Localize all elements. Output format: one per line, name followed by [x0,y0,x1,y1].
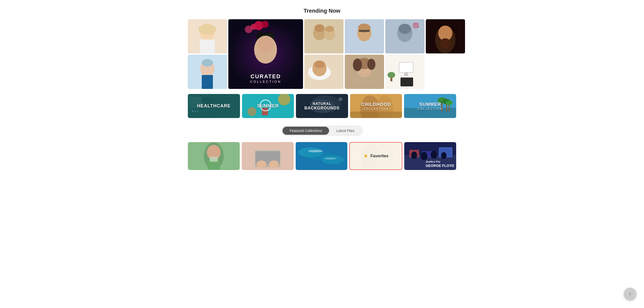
svg-rect-50 [400,78,413,86]
collection-summer2-label: SUMMERCOLLECTION [417,102,443,110]
svg-point-65 [339,97,343,101]
collection-natural-label: NaturalBACKGROUNDS [304,102,339,111]
svg-point-29 [417,23,418,25]
svg-rect-76 [449,104,450,111]
svg-text:⊠ ⊕ ♥: ⊠ ⊕ ♥ [192,110,198,112]
grid-item-doctor[interactable] [188,55,227,89]
favorites-label: Favorites [370,154,388,158]
tabs-pill: Featured Collections Latest Files [281,126,363,136]
section-title: Trending Now [188,8,456,14]
grid-item-curated[interactable]: 👑 [228,19,303,89]
grid-item-curly-woman[interactable] [345,55,384,89]
svg-point-108 [441,152,446,159]
svg-point-13 [258,37,273,52]
collection-natural-backgrounds[interactable]: NaturalBACKGROUNDS [296,94,348,118]
svg-rect-69 [350,112,402,118]
page-container: Trending Now 👑 [183,0,461,178]
svg-rect-22 [359,30,370,32]
svg-point-88 [269,161,279,168]
gallery-item-favorites[interactable]: ★ Favorites [349,142,402,170]
favorites-star-icon: ★ [363,153,368,159]
svg-point-27 [417,26,419,28]
svg-point-11 [261,21,269,28]
collections-row: ⊠ ⊕ ♥ HEALTHCARE SUMMER NaturalBACKGROUN… [188,94,456,118]
svg-point-94 [308,150,323,152]
collection-summer2[interactable]: SUMMERCOLLECTION [404,94,456,118]
spa-woman-image [188,19,227,53]
gallery-item-george-floyd[interactable]: Justice ForGEORGE FLOYD [404,142,456,170]
george-floyd-text: Justice ForGEORGE FLOYD [426,160,454,168]
collection-summer-label: SUMMER [257,103,279,109]
svg-point-105 [411,151,417,159]
gallery-item-laptop-hands[interactable] [242,142,294,170]
collection-childhood-label: CHILDHOODCOLLECTION [361,102,391,110]
svg-rect-48 [399,62,413,72]
svg-rect-82 [210,157,218,162]
svg-point-25 [398,24,411,34]
collection-healthcare[interactable]: ⊠ ⊕ ♥ HEALTHCARE [188,94,240,118]
tab-featured-collections[interactable]: Featured Collections [283,127,329,135]
svg-point-107 [431,151,437,159]
svg-point-28 [414,23,415,25]
svg-point-36 [202,59,213,67]
gallery-item-asian-woman[interactable] [188,142,240,170]
grid-item-elderly[interactable] [304,19,344,53]
grid-item-spa-woman[interactable] [188,19,227,53]
svg-rect-60 [262,108,268,115]
svg-point-95 [324,158,336,160]
favorites-overlay: ★ Favorites [350,143,402,169]
svg-point-59 [247,107,256,116]
collection-healthcare-label: HEALTHCARE [197,103,231,109]
svg-point-45 [353,59,362,71]
svg-point-33 [440,38,450,48]
gallery-item-ocean[interactable] [296,142,348,170]
svg-point-106 [421,152,428,160]
svg-point-77 [446,101,453,105]
svg-point-18 [325,26,334,32]
svg-point-52 [388,72,395,78]
svg-rect-2 [200,40,215,53]
svg-point-3 [198,24,216,34]
svg-point-41 [314,61,325,68]
tabs-container: Featured Collections Latest Files [188,126,456,136]
collection-summer[interactable]: SUMMER [242,94,294,118]
grid-item-sleeping[interactable] [304,55,344,89]
curated-label: CURATED COLLECTION [228,73,303,84]
svg-point-87 [256,161,266,168]
grid-item-mask-woman[interactable] [385,19,425,53]
grid-item-food[interactable] [426,19,465,53]
svg-point-46 [367,59,375,70]
grid-item-headset[interactable] [345,19,384,53]
bottom-gallery: ★ Favorites Justice ForGEORG [188,142,456,170]
grid-item-desk[interactable] [385,55,425,89]
tab-latest-files[interactable]: Latest Files [329,127,361,135]
curated-sublabel: COLLECTION [228,80,303,84]
svg-rect-49 [404,72,408,76]
trending-grid: 👑 [188,19,456,89]
svg-point-17 [314,24,325,32]
svg-rect-37 [202,75,213,89]
collection-childhood[interactable]: CHILDHOODCOLLECTION [350,94,402,118]
